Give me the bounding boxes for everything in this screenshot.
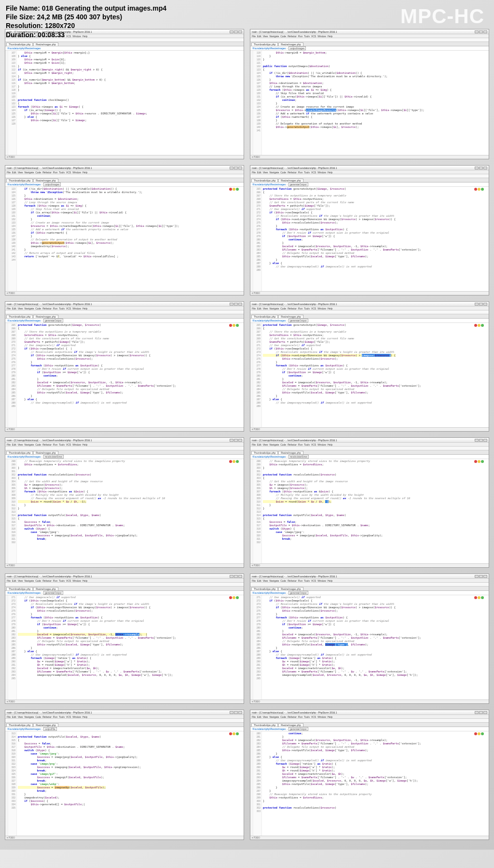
menu-bar[interactable]: FileEditViewNavigateCodeRefactorRunTools…: [250, 579, 489, 583]
breadcrumb[interactable]: \Foundation\php\ResizeImages›generateOut…: [250, 727, 489, 731]
window-buttons[interactable]: [475, 439, 487, 442]
code-editor[interactable]: 298 299 300 301 302 303 304 305 306 307 …: [250, 459, 489, 563]
editor-tabs[interactable]: ThumbnailsAjax.phpResizeImages.php: [5, 42, 244, 46]
breadcrumb[interactable]: \Foundation\php\ResizeImages›generateOut…: [250, 591, 489, 595]
toolbar[interactable]: [250, 719, 489, 723]
status-bar: n:TODO: [5, 427, 244, 431]
menu-bar[interactable]: FileEditViewNavigateCodeRefactorRunTools…: [250, 170, 489, 174]
editor-tabs[interactable]: ThumbnailsAjax.phpResizeImages.php: [5, 178, 244, 182]
toolbar[interactable]: [5, 447, 244, 450]
toolbar[interactable]: [250, 310, 489, 314]
editor-tabs[interactable]: ThumbnailsAjax.phpResizeImages.php: [250, 450, 489, 455]
editor-tabs[interactable]: ThumbnailsAjax.phpResizeImages.php: [250, 723, 489, 727]
window-titlebar: main - [C:\xampp\htdocs\oop] - ...\src\C…: [5, 574, 244, 579]
code-content[interactable]: // Use imagescale() if supported if ($th…: [262, 595, 489, 700]
line-numbers: 280 281 282 283 284 285 286 287 288 289 …: [253, 731, 262, 836]
code-content[interactable]: continue; } $scaled = imagescale($resour…: [262, 731, 489, 836]
player-logo: MPC-HC: [400, 5, 484, 28]
window-titlebar: main - [C:\xampp\htdocs\oop] - ...\src\C…: [250, 302, 489, 307]
line-numbers: 107 108 109 110 111 112 113 114 115 116 …: [8, 51, 17, 155]
editor-tabs[interactable]: ThumbnailsAjax.phpResizeImages.php: [250, 42, 489, 46]
toolbar[interactable]: [5, 583, 244, 587]
code-content[interactable]: $this->marginB = $margin_bottom; } } pub…: [262, 51, 489, 155]
code-editor[interactable]: 265 266 267 268 269 270 271 272 273 274 …: [250, 187, 489, 291]
menu-bar[interactable]: FileEditViewNavigateCodeRefactorRunTools…: [5, 443, 244, 447]
window-buttons[interactable]: [475, 575, 487, 578]
window-buttons[interactable]: [230, 303, 242, 306]
editor-tabs[interactable]: ThumbnailsAjax.phpResizeImages.php: [250, 178, 489, 182]
window-buttons[interactable]: [230, 30, 242, 33]
editor-tabs[interactable]: ThumbnailsAjax.phpResizeImages.php: [250, 587, 489, 591]
code-editor[interactable]: 298 299 300 301 302 303 304 305 306 307 …: [5, 459, 244, 563]
breadcrumb[interactable]: \Foundation\php\ResizeImages›recalculate…: [5, 455, 244, 459]
window-titlebar: main - [C:\xampp\htdocs\oop] - ...\src\C…: [250, 710, 489, 715]
code-content[interactable]: if (!is_dir($destination) || !is_writabl…: [17, 187, 244, 291]
window-buttons[interactable]: [230, 167, 242, 169]
editor-tabs[interactable]: ThumbnailsAjax.phpResizeImages.php: [5, 587, 244, 591]
toolbar[interactable]: [5, 719, 244, 723]
menu-bar[interactable]: FileEditViewNavigateCodeRefactorRunTools…: [250, 715, 489, 719]
code-editor[interactable]: 123 124 125 126 127 128 129 130 131 132 …: [5, 187, 244, 291]
status-bar: n:TODO: [250, 700, 489, 703]
breadcrumb[interactable]: \Foundation\php\ResizeImages›generateOut…: [5, 591, 244, 595]
breadcrumb[interactable]: \Foundation\php\ResizeImages: [5, 46, 244, 51]
menu-bar[interactable]: FileEditViewNavigateCodeRefactorRunTools…: [5, 170, 244, 174]
ide-thumbnail: main - [C:\xampp\htdocs\oop] - ...\src\C…: [5, 710, 244, 840]
editor-tabs[interactable]: ThumbnailsAjax.phpResizeImages.php: [250, 314, 489, 319]
breadcrumb[interactable]: \Foundation\php\ResizeImages›outputImage…: [250, 46, 489, 51]
editor-tabs[interactable]: ThumbnailsAjax.phpResizeImages.php: [5, 723, 244, 727]
window-buttons[interactable]: [475, 303, 487, 306]
toolbar[interactable]: [250, 447, 489, 450]
code-editor[interactable]: 271 272 273 274 275 276 277 278 279 280 …: [5, 595, 244, 700]
code-content[interactable]: protected function generateOutput($image…: [262, 323, 489, 427]
window-buttons[interactable]: [475, 30, 487, 33]
menu-bar[interactable]: FileEditViewNavigateCodeRefactorRunTools…: [5, 715, 244, 719]
menu-bar[interactable]: FileEditViewNavigateCodeRefactorRunTools…: [250, 34, 489, 38]
status-bar: n:TODO: [250, 155, 489, 159]
code-editor[interactable]: 265 266 267 268 269 270 271 272 273 274 …: [5, 323, 244, 427]
window-titlebar: main - [C:\xampp\htdocs\oop] - ...\src\C…: [5, 438, 244, 443]
code-content[interactable]: // Reassign temporarily stored sizes to …: [17, 459, 244, 563]
breadcrumb[interactable]: \Foundation\php\ResizeImages›outputImage…: [5, 182, 244, 187]
window-buttons[interactable]: [475, 711, 487, 714]
toolbar[interactable]: [5, 174, 244, 178]
window-buttons[interactable]: [475, 167, 487, 169]
code-editor[interactable]: 313 314 315 316 317 318 319 320 321 322 …: [5, 731, 244, 836]
breadcrumb[interactable]: \Foundation\php\ResizeImages›recalculate…: [250, 455, 489, 459]
code-editor[interactable]: 265 266 267 268 269 270 271 272 273 274 …: [250, 323, 489, 427]
code-content[interactable]: protected function generateOutput($image…: [17, 323, 244, 427]
toolbar[interactable]: [5, 310, 244, 314]
code-content[interactable]: // Reassign temporarily stored sizes to …: [262, 459, 489, 563]
code-editor[interactable]: 271 272 273 274 275 276 277 278 279 280 …: [250, 595, 489, 700]
window-buttons[interactable]: [230, 439, 242, 442]
window-titlebar: main - [C:\xampp\htdocs\oop] - ...\src\C…: [5, 710, 244, 715]
window-buttons[interactable]: [230, 711, 242, 714]
toolbar[interactable]: [250, 583, 489, 587]
code-editor[interactable]: 107 108 109 110 111 112 113 114 115 116 …: [5, 51, 244, 155]
menu-bar[interactable]: FileEditViewNavigateCodeRefactorRunTools…: [250, 307, 489, 310]
line-numbers: 298 299 300 301 302 303 304 305 306 307 …: [8, 459, 17, 563]
breadcrumb[interactable]: \Foundation\php\ResizeImages›generateOut…: [5, 319, 244, 323]
inspection-badges: [229, 324, 239, 327]
breadcrumb[interactable]: \Foundation\php\ResizeImages›generateOut…: [250, 182, 489, 187]
editor-tabs[interactable]: ThumbnailsAjax.phpResizeImages.php: [5, 314, 244, 319]
code-editor[interactable]: 280 281 282 283 284 285 286 287 288 289 …: [250, 731, 489, 836]
line-numbers: 118 119 120 121 122 123 124 125 126 127 …: [253, 51, 262, 155]
menu-bar[interactable]: FileEditViewNavigateCodeRefactorRunTools…: [5, 307, 244, 310]
code-editor[interactable]: 118 119 120 121 122 123 124 125 126 127 …: [250, 51, 489, 155]
code-content[interactable]: protected function outputFile($scaled, $…: [17, 731, 244, 836]
code-content[interactable]: protected function generateOutput($image…: [262, 187, 489, 291]
toolbar[interactable]: [250, 174, 489, 178]
window-buttons[interactable]: [230, 575, 242, 578]
menu-bar[interactable]: FileEditViewNavigateCodeRefactorRunTools…: [250, 443, 489, 447]
toolbar[interactable]: [250, 38, 489, 42]
menu-bar[interactable]: FileEditViewNavigateCodeRefactorRunTools…: [5, 579, 244, 583]
breadcrumb[interactable]: \Foundation\php\ResizeImages›outputFile: [5, 727, 244, 731]
status-bar: n:TODO: [5, 563, 244, 567]
code-content[interactable]: $this->marginR = $margin{$this->margin};…: [17, 51, 244, 155]
code-content[interactable]: // Use imagescale() if supported if ($th…: [17, 595, 244, 700]
ide-thumbnail: main - [C:\xampp\htdocs\oop] - ...\src\C…: [5, 301, 244, 432]
breadcrumb[interactable]: \Foundation\php\ResizeImages›generateOut…: [250, 319, 489, 323]
editor-tabs[interactable]: ThumbnailsAjax.phpResizeImages.php: [5, 450, 244, 455]
inspection-badges: [474, 188, 484, 191]
